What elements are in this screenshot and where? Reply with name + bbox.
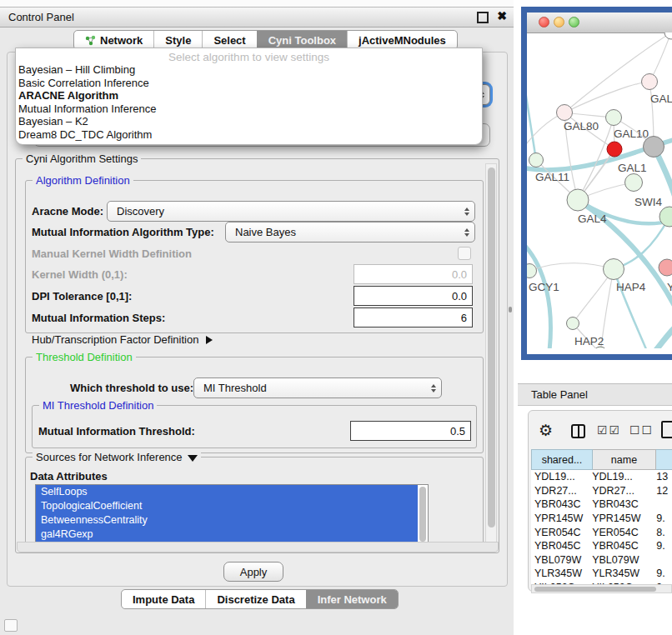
network-node[interactable] [606, 110, 622, 126]
apply-button[interactable]: Apply [223, 562, 283, 582]
table-row[interactable]: YBR045CYBR045C9. [531, 539, 672, 553]
data-attribute-item[interactable]: BetweennessCentrality [36, 513, 418, 528]
tab-label: Cyni Toolbox [268, 34, 336, 47]
network-canvas[interactable]: GALGAL80GAL10GAL1GAL11SWI4GAL4GCY1HAP4YH… [527, 32, 672, 348]
collapsed-panel-icon[interactable] [4, 619, 18, 632]
tab-label: jActiveMNodules [359, 34, 446, 47]
data-attributes-list[interactable]: SelfLoopsTopologicalCoefficientBetweenne… [35, 484, 429, 546]
network-node[interactable] [527, 264, 537, 278]
tab-cyni-toolbox[interactable]: Cyni Toolbox [257, 31, 347, 49]
table-header-row: shared...nameA [531, 449, 672, 470]
popup-placeholder: Select algorithm to view settings [16, 51, 482, 63]
table-row[interactable]: YER054CYER054C8. [531, 525, 672, 539]
network-node-label: HAP4 [616, 281, 646, 293]
mi-threshold-label: Mutual Information Threshold: [38, 425, 195, 438]
settings-scrollbar[interactable] [485, 163, 497, 545]
network-node[interactable] [567, 189, 589, 211]
close-traffic-light-icon[interactable] [539, 17, 549, 28]
select-all-checkboxes-icon[interactable]: ☑☑ [597, 423, 621, 437]
network-edge[interactable] [527, 242, 550, 348]
table-row[interactable]: YPR145WYPR145W9. [531, 512, 672, 526]
column-header-2[interactable]: name [593, 449, 656, 470]
split-pane-handle[interactable] [509, 307, 512, 312]
tab-network[interactable]: Network [74, 31, 153, 49]
new-table-icon[interactable] [661, 421, 672, 438]
float-panel-icon[interactable] [477, 12, 489, 23]
kernel-width-field[interactable]: 0.0 [354, 264, 473, 284]
hub-tf-definition-toggle[interactable]: Hub/Transcription Factor Definition [32, 333, 213, 346]
settings-scrollbar-thumb[interactable] [488, 168, 495, 528]
deselect-all-checkboxes-icon[interactable]: ☐☐ [629, 423, 654, 437]
table-cell: YBR043C [592, 498, 654, 510]
network-node[interactable] [567, 318, 579, 330]
algorithm-option[interactable]: Mutual Information Inference [16, 102, 482, 116]
sources-group-title[interactable]: Sources for Network Inference [33, 451, 201, 463]
table-cell: 9. [654, 512, 672, 524]
network-window-titlebar [527, 12, 672, 33]
network-node[interactable] [529, 153, 544, 168]
network-node[interactable] [604, 259, 624, 280]
network-node-label: SWI4 [634, 196, 662, 208]
network-edge[interactable] [650, 324, 672, 348]
table-cell: 9. [654, 540, 672, 552]
tab-infer-network[interactable]: Infer Network [306, 590, 398, 608]
data-attribute-item[interactable]: gal4RGexp [36, 528, 418, 542]
mi-threshold-field[interactable]: 0.5 [350, 421, 471, 441]
gear-icon[interactable]: ⚙ [539, 421, 553, 440]
column-header-3[interactable]: A [656, 449, 672, 470]
table-cell: YLR345W [531, 568, 592, 579]
network-node[interactable] [625, 174, 643, 192]
table-hscrollbar-thumb[interactable] [534, 587, 656, 592]
zoom-traffic-light-icon[interactable] [569, 17, 579, 28]
mi-steps-value: 6 [461, 312, 467, 324]
mi-steps-label: Mutual Information Steps: [32, 312, 165, 324]
algorithm-option[interactable]: Bayesian – K2 [16, 115, 482, 128]
close-icon[interactable]: ✖ [497, 9, 507, 22]
network-edge[interactable] [564, 82, 649, 112]
mi-algorithm-type-combo[interactable]: Naive Bayes [225, 222, 475, 242]
network-node[interactable] [659, 259, 672, 276]
algorithm-option[interactable]: ARACNE Algorithm [16, 89, 482, 102]
which-threshold-combo[interactable]: MI Threshold [193, 378, 442, 398]
algorithm-option[interactable]: Bayesian – Hill Climbing [16, 63, 482, 77]
table-cell: YLR345W [592, 568, 654, 579]
algorithm-option[interactable]: Basic Correlation Inference [16, 77, 482, 90]
table-cell: YER054C [592, 527, 654, 538]
tab-impute-data[interactable]: Impute Data [122, 590, 205, 608]
table-row[interactable]: YDR27...YDR27...12 [531, 484, 672, 498]
which-threshold-label: Which threshold to use: [70, 382, 193, 394]
mi-steps-field[interactable]: 6 [354, 308, 473, 328]
tab-jactivemnodules[interactable]: jActiveMNodules [347, 31, 457, 49]
network-node[interactable] [664, 32, 672, 39]
network-node[interactable] [557, 105, 573, 121]
data-attribute-item[interactable]: TopologicalCoefficient [36, 499, 418, 513]
table-row[interactable]: YBL079WYBL079W [531, 553, 672, 568]
table-panel-title: Table Panel [531, 388, 588, 401]
tab-style[interactable]: Style [153, 31, 202, 49]
tab-discretize-data[interactable]: Discretize Data [205, 590, 305, 608]
control-panel-titlebar: Control Panel ✖ [0, 7, 514, 28]
manual-kernel-checkbox[interactable] [458, 247, 471, 260]
column-chooser-icon[interactable] [571, 424, 585, 438]
dpi-tolerance-value: 0.0 [452, 290, 467, 302]
table-row[interactable]: YDL19...YDL19...13 [531, 470, 672, 484]
table-row[interactable]: YBR043CYBR043C [531, 498, 672, 512]
table-row[interactable]: YLR345WYLR345W9. [531, 567, 672, 581]
dpi-tolerance-field[interactable]: 0.0 [354, 286, 473, 306]
data-attribute-item[interactable]: SelfLoops [36, 485, 418, 499]
minimize-traffic-light-icon[interactable] [554, 17, 564, 28]
inner-panel-bottom-edge [17, 542, 499, 552]
mi-threshold-definition-title: MI Threshold Definition [39, 399, 157, 412]
network-node[interactable] [642, 74, 658, 90]
algorithm-option[interactable]: Dream8 DC_TDC Algorithm [16, 128, 482, 142]
attributes-scrollbar-thumb[interactable] [419, 487, 426, 542]
table-cell: YBR043C [531, 498, 592, 510]
table-cell: YDR27... [592, 485, 654, 497]
network-edge[interactable] [527, 91, 536, 160]
tab-select[interactable]: Select [202, 31, 256, 49]
table-horizontal-scrollbar[interactable] [531, 584, 672, 593]
aracne-mode-combo[interactable]: Discovery [107, 201, 475, 222]
hub-tf-definition-label: Hub/Transcription Factor Definition [32, 333, 198, 346]
network-node[interactable] [607, 142, 622, 157]
column-header-1[interactable]: shared... [531, 449, 593, 470]
